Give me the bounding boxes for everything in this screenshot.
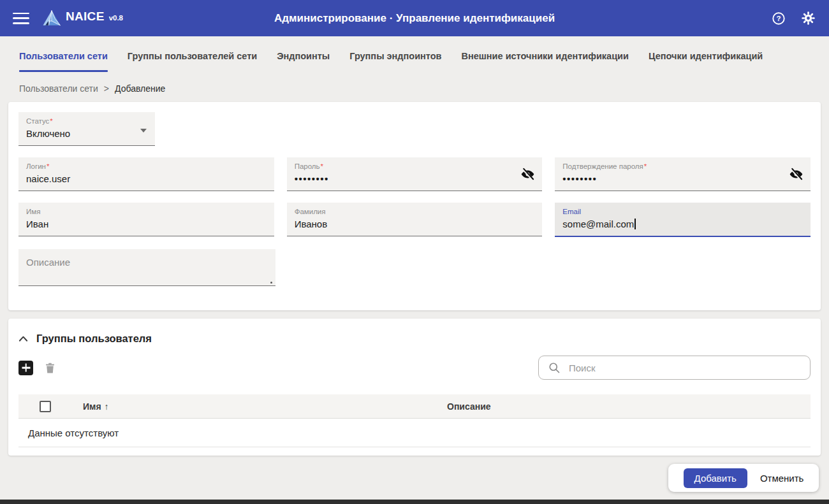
- collapse-section-icon[interactable]: [18, 335, 28, 342]
- search-icon: [548, 361, 561, 374]
- breadcrumb-current: Добавление: [115, 83, 165, 94]
- first-name-value: Иван: [26, 218, 267, 231]
- breadcrumb-parent[interactable]: Пользователи сети: [19, 83, 98, 94]
- tab-endpoints[interactable]: Эндпоинты: [277, 36, 330, 75]
- app-brand: NAICE v0.8: [42, 10, 123, 27]
- select-all-checkbox[interactable]: [40, 401, 51, 412]
- user-groups-card: Группы пользователя Поиск Имя ↑ Описание…: [8, 319, 821, 456]
- last-name-label: Фамилия: [295, 208, 326, 215]
- text-cursor: [635, 219, 636, 229]
- status-select[interactable]: Статус* Включено: [18, 112, 155, 146]
- required-mark: *: [50, 117, 52, 125]
- delete-group-icon[interactable]: [43, 361, 57, 375]
- email-value: some@mail.com: [562, 219, 634, 229]
- login-label: Логин: [26, 162, 46, 170]
- last-name-value: Иванов: [295, 218, 535, 231]
- required-mark: *: [47, 162, 49, 170]
- status-label: Статус: [26, 117, 49, 125]
- password-confirm-field[interactable]: Подтверждение пароля* ••••••••: [555, 157, 811, 191]
- groups-toolbar: Поиск: [18, 356, 811, 380]
- login-field[interactable]: Логин* naice.user: [18, 157, 274, 191]
- page-title: Администрирование · Управление идентифик…: [0, 12, 829, 25]
- password-label: Пароль: [295, 162, 320, 170]
- help-icon[interactable]: ?: [770, 10, 787, 27]
- search-input[interactable]: Поиск: [538, 356, 811, 380]
- first-name-label: Имя: [26, 208, 40, 215]
- settings-gear-icon[interactable]: [800, 10, 816, 27]
- form-action-panel: Добавить Отменить: [668, 464, 819, 492]
- email-label: Email: [562, 208, 581, 215]
- column-header-name[interactable]: Имя ↑: [83, 401, 447, 412]
- tab-identity-chains[interactable]: Цепочки идентификаций: [649, 36, 763, 75]
- toggle-password-visibility-icon[interactable]: [520, 167, 535, 182]
- sort-asc-icon: ↑: [105, 401, 109, 412]
- tab-external-identity-sources[interactable]: Внешние источники идентификации: [461, 36, 628, 75]
- breadcrumb: Пользователи сети > Добавление: [0, 75, 829, 102]
- tab-endpoint-groups[interactable]: Группы эндпоинтов: [349, 36, 441, 75]
- breadcrumb-separator: >: [104, 83, 109, 94]
- tab-network-users[interactable]: Пользователи сети: [19, 36, 108, 75]
- section-title: Группы пользователя: [36, 333, 152, 345]
- search-placeholder: Поиск: [569, 363, 596, 373]
- table-empty-state: Данные отсутствуют: [18, 419, 811, 447]
- toggle-password-confirm-visibility-icon[interactable]: [789, 167, 803, 182]
- bottom-edge-bar: [0, 500, 829, 504]
- tab-network-user-groups[interactable]: Группы пользователей сети: [128, 36, 257, 75]
- login-value: naice.user: [26, 173, 267, 185]
- submit-button[interactable]: Добавить: [684, 468, 747, 488]
- svg-text:?: ?: [776, 15, 781, 22]
- description-textarea[interactable]: Описание: [18, 249, 275, 286]
- menu-icon[interactable]: [13, 13, 29, 24]
- app-version: v0.8: [109, 14, 123, 22]
- required-mark: *: [321, 162, 323, 170]
- chevron-down-icon: [140, 129, 147, 133]
- password-confirm-value: ••••••••: [562, 173, 803, 185]
- user-form-card: Статус* Включено Логин* naice.user Парол…: [8, 102, 821, 310]
- tab-bar: Пользователи сети Группы пользователей с…: [0, 36, 829, 75]
- description-placeholder: Описание: [26, 257, 268, 268]
- resize-handle[interactable]: [270, 282, 272, 284]
- groups-table-header: Имя ↑ Описание: [18, 394, 811, 419]
- cancel-button[interactable]: Отменить: [760, 473, 804, 484]
- app-name: NAICE: [66, 10, 105, 24]
- app-header: NAICE v0.8 Администрирование · Управлени…: [0, 0, 829, 36]
- required-mark: *: [644, 162, 647, 170]
- password-field[interactable]: Пароль* ••••••••: [287, 157, 543, 191]
- password-value: ••••••••: [295, 173, 535, 185]
- last-name-field[interactable]: Фамилия Иванов: [287, 203, 543, 236]
- password-confirm-label: Подтверждение пароля: [562, 162, 643, 170]
- naice-logo-icon: [42, 10, 61, 27]
- email-field[interactable]: Email some@mail.com: [555, 203, 811, 237]
- add-group-button[interactable]: [18, 361, 33, 375]
- column-header-description: Описание: [447, 401, 811, 412]
- first-name-field[interactable]: Имя Иван: [18, 203, 274, 236]
- status-value: Включено: [26, 127, 147, 140]
